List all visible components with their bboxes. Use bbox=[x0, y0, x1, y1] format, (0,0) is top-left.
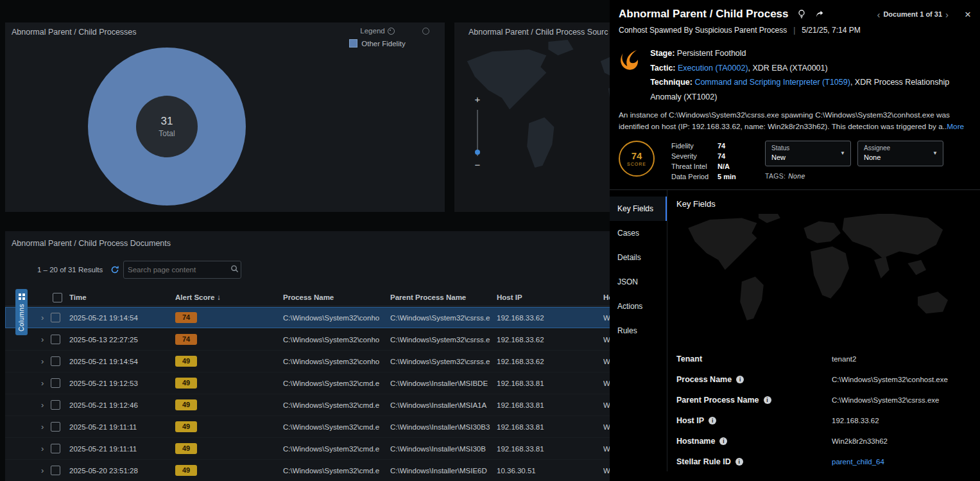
zoom-slider[interactable] bbox=[477, 110, 478, 156]
cell-process-name: C:\Windows\System32\cmd.e bbox=[283, 380, 390, 387]
score-badge: 74 SCORE bbox=[619, 141, 655, 177]
cell-time: 2025-05-21 19:14:54 bbox=[69, 358, 175, 365]
stage-line: Stage: Persistent Foothold bbox=[650, 46, 971, 61]
donut-chart[interactable]: 31 Total bbox=[88, 48, 246, 206]
alert-description: An instance of C:\Windows\System32\csrss… bbox=[610, 109, 980, 133]
field-label: Host IPi bbox=[676, 416, 832, 425]
table-row[interactable]: ›2025-05-21 19:14:5474C:\Windows\System3… bbox=[5, 307, 611, 329]
field-value: C:\Windows\System32\conhost.exe bbox=[832, 376, 948, 383]
metric-label: Threat Intel bbox=[671, 162, 718, 170]
assignee-dropdown[interactable]: Assignee None ▼ bbox=[857, 141, 943, 166]
cell-parent-process-name: C:\Windows\Installer\MSIE6D bbox=[390, 467, 497, 475]
row-expand-icon[interactable]: › bbox=[41, 335, 44, 344]
status-dropdown-label: Status bbox=[771, 144, 845, 152]
cell-parent-process-name: C:\Windows\Installer\MSI30B bbox=[390, 445, 497, 453]
technique-link[interactable]: Command and Scripting Interpreter (T1059… bbox=[694, 78, 850, 87]
lightbulb-icon[interactable] bbox=[796, 9, 807, 19]
key-fields-title: Key Fields bbox=[676, 199, 980, 209]
row-expand-icon[interactable]: › bbox=[41, 313, 44, 322]
document-nav-label: Document 1 of 31 bbox=[883, 10, 942, 18]
key-field-row: Host IPi192.168.33.62 bbox=[676, 410, 980, 431]
table-row[interactable]: ›2025-05-21 19:12:4649C:\Windows\System3… bbox=[5, 394, 611, 416]
tactic-link[interactable]: Execution (TA0002) bbox=[678, 64, 748, 73]
column-header-host-ip[interactable]: Host IP bbox=[497, 293, 603, 301]
row-checkbox[interactable] bbox=[51, 400, 60, 410]
cell-process-name: C:\Windows\System32\conho bbox=[283, 336, 390, 344]
columns-button[interactable]: Columns bbox=[15, 289, 28, 335]
row-checkbox[interactable] bbox=[51, 444, 60, 453]
share-icon[interactable] bbox=[814, 9, 825, 19]
zoom-slider-thumb[interactable] bbox=[475, 150, 480, 155]
table-header-row: TimeAlert Score↓Process NameParent Proce… bbox=[5, 289, 611, 306]
source-map-panel: Abnormal Parent / Child Process Sourc + … bbox=[454, 22, 611, 212]
row-expand-icon[interactable]: › bbox=[41, 466, 44, 475]
table-row[interactable]: ›2025-05-13 22:27:2574C:\Windows\System3… bbox=[5, 329, 611, 351]
field-value[interactable]: parent_child_64 bbox=[832, 458, 884, 466]
column-header-process-name[interactable]: Process Name bbox=[283, 293, 390, 301]
search-input[interactable] bbox=[124, 266, 230, 274]
subtitle-separator: | bbox=[793, 26, 795, 35]
cell-host-ip: 10.36.30.51 bbox=[497, 467, 603, 475]
row-expand-icon[interactable]: › bbox=[41, 444, 44, 453]
row-checkbox[interactable] bbox=[51, 356, 60, 366]
table-row[interactable]: ›2025-05-21 19:14:5449C:\Windows\System3… bbox=[5, 351, 611, 372]
search-icon[interactable] bbox=[230, 265, 239, 275]
tactic-rest: , XDR EBA (XTA0001) bbox=[748, 64, 828, 73]
column-header-time[interactable]: Time bbox=[69, 293, 175, 301]
row-expand-icon[interactable]: › bbox=[41, 356, 44, 366]
key-field-row: Process NameiC:\Windows\System32\conhost… bbox=[676, 369, 980, 390]
cell-process-name: C:\Windows\System32\cmd.e bbox=[283, 445, 390, 453]
table-row[interactable]: ›2025-05-21 19:11:1149C:\Windows\System3… bbox=[5, 416, 611, 438]
row-checkbox[interactable] bbox=[51, 466, 60, 475]
cell-process-name: C:\Windows\System32\cmd.e bbox=[283, 401, 390, 409]
zoom-in-button[interactable]: + bbox=[471, 94, 484, 105]
status-dropdown[interactable]: Status New ▼ bbox=[765, 141, 851, 166]
alert-score-badge: 49 bbox=[175, 378, 197, 389]
select-all-checkbox[interactable] bbox=[53, 293, 62, 302]
close-icon[interactable]: × bbox=[965, 9, 971, 20]
row-checkbox[interactable] bbox=[51, 313, 60, 322]
metric-label: Data Period bbox=[671, 173, 718, 180]
cell-time: 2025-05-21 19:11:11 bbox=[69, 423, 175, 431]
info-icon[interactable]: i bbox=[736, 376, 744, 383]
tab-cases[interactable]: Cases bbox=[610, 221, 667, 245]
cell-time: 2025-05-21 19:11:11 bbox=[69, 445, 175, 453]
column-header-parent-process-name[interactable]: Parent Process Name bbox=[390, 293, 497, 301]
table-row[interactable]: ›2025-05-21 19:12:5349C:\Windows\System3… bbox=[5, 372, 611, 394]
table-row[interactable]: ›2025-05-20 23:51:2849C:\Windows\System3… bbox=[5, 460, 611, 481]
info-icon[interactable]: i bbox=[719, 437, 727, 445]
panel-options-icon[interactable] bbox=[422, 28, 429, 35]
zoom-out-button[interactable]: − bbox=[471, 160, 484, 170]
legend-item[interactable]: Other Fidelity bbox=[329, 39, 426, 48]
metric-value: 74 bbox=[718, 142, 751, 150]
score-label: SCORE bbox=[627, 162, 646, 166]
tab-details[interactable]: Details bbox=[610, 245, 667, 270]
metric-value: N/A bbox=[718, 162, 751, 170]
documents-panel: Abnormal Parent / Child Process Document… bbox=[5, 231, 611, 481]
prev-document-icon[interactable]: ‹ bbox=[873, 9, 883, 20]
row-expand-icon[interactable]: › bbox=[41, 422, 44, 432]
row-expand-icon[interactable]: › bbox=[41, 400, 44, 410]
legend-settings-icon[interactable] bbox=[388, 28, 395, 35]
tab-rules[interactable]: Rules bbox=[610, 319, 667, 343]
refresh-icon[interactable] bbox=[110, 265, 119, 274]
row-checkbox[interactable] bbox=[51, 378, 60, 388]
column-header-alert-score[interactable]: Alert Score↓ bbox=[175, 293, 283, 301]
tab-actions[interactable]: Actions bbox=[610, 294, 667, 319]
chevron-down-icon: ▼ bbox=[840, 150, 845, 156]
score-metrics: Fidelity74Severity74Threat IntelN/AData … bbox=[671, 142, 751, 180]
cell-parent-process-name: C:\Windows\System32\csrss.e bbox=[390, 336, 497, 344]
row-checkbox[interactable] bbox=[51, 335, 60, 344]
row-checkbox[interactable] bbox=[51, 422, 60, 432]
info-icon[interactable]: i bbox=[735, 458, 743, 466]
info-icon[interactable]: i bbox=[764, 396, 771, 404]
more-link[interactable]: More bbox=[947, 122, 964, 131]
table-row[interactable]: ›2025-05-21 19:11:1149C:\Windows\System3… bbox=[5, 438, 611, 460]
tab-key-fields[interactable]: Key Fields bbox=[610, 197, 667, 221]
next-document-icon[interactable]: › bbox=[942, 9, 952, 20]
tab-json[interactable]: JSON bbox=[610, 270, 667, 294]
row-expand-icon[interactable]: › bbox=[41, 378, 44, 388]
info-icon[interactable]: i bbox=[709, 417, 716, 424]
legend-title: Legend bbox=[360, 27, 384, 35]
status-dropdown-value: New bbox=[771, 153, 845, 161]
